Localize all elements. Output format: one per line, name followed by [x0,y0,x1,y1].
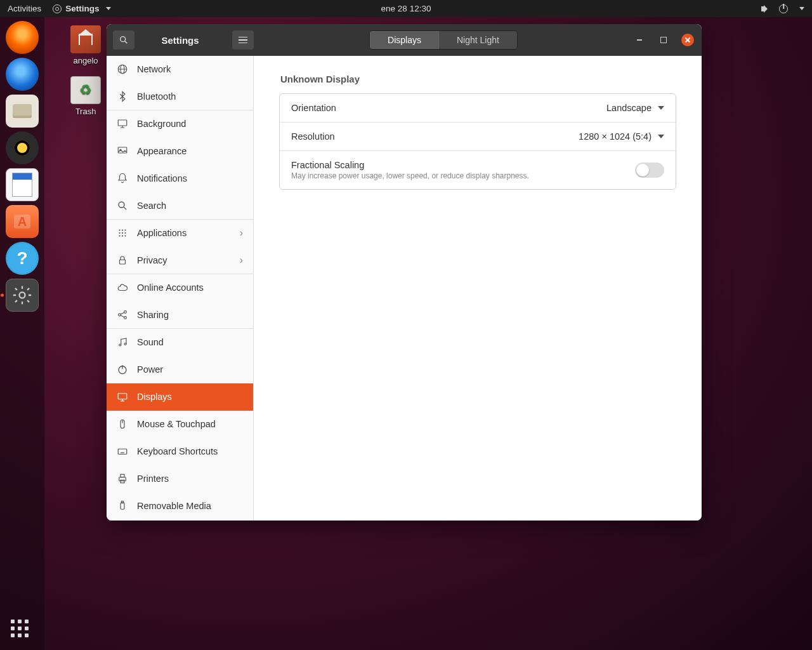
sidebar-item-label: Network [137,64,171,74]
chevron-down-icon [106,7,111,10]
sidebar-item-label: Keyboard Shortcuts [137,446,218,456]
bell-icon [117,173,128,184]
dock-software[interactable] [6,205,39,238]
sidebar-item-power[interactable]: Power [107,356,253,383]
svg-rect-43 [121,474,124,477]
share-icon [117,309,128,321]
svg-point-13 [119,229,120,230]
grid-icon [117,227,128,239]
view-switcher: Displays Night Light [369,30,518,50]
gear-icon [53,4,62,13]
power-icon[interactable] [779,4,788,13]
dock-firefox[interactable] [6,21,39,54]
sidebar-item-privacy[interactable]: Privacy› [107,247,253,274]
dock-files[interactable] [6,95,39,128]
fractional-scaling-row: Fractional Scaling May increase power us… [280,151,676,189]
sidebar-item-displays[interactable]: Displays [107,383,253,411]
sidebar-item-removable[interactable]: Removable Media [107,493,253,520]
hamburger-menu-button[interactable] [232,30,254,50]
chevron-down-icon [658,135,664,138]
display-heading: Unknown Display [279,74,676,84]
dock-rhythmbox[interactable] [6,131,39,164]
dock-thunderbird[interactable] [6,58,39,91]
clock[interactable]: ene 28 12:30 [381,4,431,13]
trash-icon [70,76,101,104]
desktop-trash-label: Trash [63,107,108,116]
usb-icon [117,500,128,512]
sidebar-item-label: Displays [137,392,172,402]
fractional-scaling-sub: May increase power usage, lower speed, o… [291,171,529,180]
activities-button[interactable]: Activities [8,4,41,13]
sidebar-item-keyboard[interactable]: Keyboard Shortcuts [107,438,253,465]
system-menu-chevron-icon[interactable] [799,7,804,10]
sidebar-item-printers[interactable]: Printers [107,465,253,493]
sidebar-item-applications[interactable]: Applications› [107,220,253,247]
tab-displays[interactable]: Displays [370,31,439,49]
maximize-button[interactable] [657,34,670,46]
svg-point-19 [119,235,120,236]
dock-help[interactable] [6,242,39,275]
sidebar-item-sharing[interactable]: Sharing [107,302,253,329]
settings-window: Settings Displays Night Light NetworkBlu… [107,24,702,521]
printer-icon [117,473,128,484]
lock-icon [117,255,128,266]
gear-icon [11,284,33,306]
sidebar-item-search[interactable]: Search [107,192,253,220]
close-button[interactable] [681,34,694,46]
svg-line-27 [121,315,124,317]
dock-settings[interactable] [6,279,39,312]
svg-point-0 [19,292,25,298]
sidebar-item-bluetooth[interactable]: Bluetooth [107,83,253,110]
sidebar-item-label: Bluetooth [137,91,176,102]
search-button[interactable] [113,30,134,50]
titlebar[interactable]: Settings Displays Night Light [107,24,702,56]
dock-libreoffice-writer[interactable] [6,168,39,201]
orientation-row[interactable]: Orientation Landscape [280,94,676,123]
keyboard-icon [117,446,128,457]
sidebar-item-label: Notifications [137,173,187,183]
svg-point-11 [119,202,124,208]
sidebar-item-background[interactable]: Background [107,110,253,138]
svg-rect-46 [122,501,124,503]
window-title: Settings [134,35,226,46]
fractional-scaling-toggle[interactable] [635,162,664,178]
svg-line-12 [124,207,126,209]
resolution-label: Resolution [291,131,335,142]
svg-point-17 [122,232,123,234]
resolution-row[interactable]: Resolution 812 × 650 (5:4) [280,123,676,151]
volume-icon[interactable] [761,5,770,13]
top-bar: Activities Settings ene 28 12:30 [0,0,812,17]
sidebar-item-network[interactable]: Network [107,56,253,83]
desktop-trash[interactable]: Trash [63,76,108,116]
svg-line-26 [121,312,124,314]
sidebar-item-label: Mouse & Touchpad [137,419,216,429]
display-icon [117,391,128,402]
display-panel: Orientation Landscape Resolution 1280 × … [279,93,676,190]
sidebar-item-label: Search [137,201,166,211]
sidebar-item-label: Applications [137,228,187,238]
tab-night-light[interactable]: Night Light [439,31,517,49]
resolution-value: 812 × 650 (5:4) [579,131,652,142]
music-icon [117,336,128,348]
svg-point-15 [124,229,126,230]
sidebar-item-appearance[interactable]: Appearance [107,138,253,165]
sidebar-item-mouse[interactable]: Mouse & Touchpad [107,411,253,438]
sidebar-item-notifications[interactable]: Notifications [107,165,253,192]
fractional-scaling-label: Fractional Scaling [291,160,529,170]
app-menu[interactable]: Settings [53,4,110,13]
sidebar-item-label: Removable Media [137,501,211,511]
sidebar-item-label: Power [137,364,163,375]
desktop-home-folder[interactable]: angelo [63,25,108,65]
sidebar-item-sound[interactable]: Sound [107,329,253,356]
svg-rect-32 [118,394,127,399]
appearance-icon [117,145,128,157]
minimize-button[interactable] [633,34,646,46]
dock-show-apps[interactable] [11,620,34,642]
sidebar-item-label: Sharing [137,310,169,320]
sidebar-item-online[interactable]: Online Accounts [107,274,253,302]
svg-rect-45 [121,503,124,510]
svg-point-29 [124,343,126,345]
svg-line-2 [125,41,128,44]
svg-point-20 [122,235,123,236]
orientation-label: Orientation [291,103,336,113]
